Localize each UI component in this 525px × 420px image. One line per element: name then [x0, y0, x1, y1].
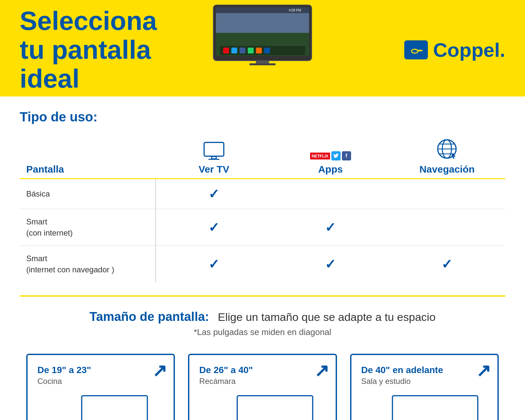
svg-rect-11	[256, 48, 262, 53]
header-title: Selecciona tu pantalla ideal	[20, 7, 184, 93]
navegacion-icon	[395, 137, 499, 160]
tamano-subtitle: *Las pulgadas se miden en diagonal	[20, 327, 505, 337]
title-line2: tu pantalla ideal	[20, 35, 151, 93]
svg-point-15	[411, 49, 418, 53]
col-header-ver-tv: Ver TV	[156, 134, 272, 179]
logo-icon	[404, 40, 428, 59]
arrow-icon-small: ↗	[152, 362, 167, 379]
tv-size-large: De 40" en adelante	[361, 365, 443, 375]
ver-tv-check-smart-nav: ✓	[156, 246, 272, 283]
tv-illustration-medium: ↙	[199, 392, 326, 420]
tv-card-medium: ↗ De 26" a 40" Recámara ↙	[188, 354, 337, 420]
col-header-apps: NETFLIX f Apps	[272, 134, 389, 179]
yellow-divider	[20, 295, 505, 297]
tv-room-large: Sala y estudio	[361, 377, 443, 386]
ver-tv-check-basica: ✓	[156, 179, 272, 209]
tv-room-medium: Recámara	[199, 377, 253, 386]
facebook-icon: f	[342, 151, 351, 160]
title-line1: Selecciona	[20, 6, 157, 35]
tv-illustration-large: ↙	[361, 392, 488, 420]
svg-rect-31	[237, 396, 313, 420]
apps-check-basica	[272, 179, 389, 209]
ver-tv-icon	[162, 141, 265, 160]
svg-rect-19	[212, 157, 216, 159]
netflix-icon: NETFLIX	[310, 153, 330, 159]
svg-text:4:08 PM: 4:08 PM	[289, 9, 301, 12]
svg-rect-12	[264, 48, 270, 53]
svg-rect-9	[240, 48, 245, 53]
apps-check-smart-nav: ✓	[272, 246, 389, 283]
apps-check-smart: ✓	[272, 209, 389, 246]
comparison-table: Pantalla Ver TV	[20, 134, 505, 282]
tv-room-small: Cocina	[37, 377, 91, 386]
tv-card-large: ↗ De 40" en adelante Sala y estudio ↙	[350, 354, 499, 420]
svg-point-17	[419, 50, 421, 52]
tamano-title: Tamaño de pantalla: Elige un tamaño que …	[20, 310, 505, 324]
svg-rect-20	[208, 159, 220, 160]
ver-tv-check-smart: ✓	[156, 209, 272, 246]
coppel-logo: Coppel.	[404, 39, 505, 61]
table-row: Smart (con internet) ✓ ✓	[20, 209, 505, 246]
tipo-de-uso-section: Tipo de uso: Pantalla	[20, 110, 505, 282]
pantalla-smart-internet: Smart (con internet)	[20, 209, 156, 246]
svg-rect-35	[392, 396, 478, 420]
nav-check-smart-nav: ✓	[389, 246, 505, 283]
tv-card-small: ↗ De 19" a 23" Cocina ↙	[26, 354, 175, 420]
col-header-pantalla: Pantalla	[20, 134, 156, 179]
header: Selecciona tu pantalla ideal 4:08 PM	[0, 0, 525, 96]
svg-rect-7	[223, 48, 229, 53]
apps-icons: NETFLIX f	[279, 151, 382, 160]
main-content: Tipo de uso: Pantalla	[0, 96, 525, 420]
svg-rect-8	[231, 48, 237, 53]
tipo-de-uso-title: Tipo de uso:	[20, 110, 505, 124]
table-row: Smart (internet con navegador ) ✓ ✓ ✓	[20, 246, 505, 283]
arrow-icon-large: ↗	[476, 362, 491, 379]
tv-size-medium: De 26" a 40"	[199, 365, 253, 375]
svg-rect-14	[249, 63, 276, 65]
pantalla-basica: Básica	[20, 179, 156, 209]
twitter-icon	[331, 151, 341, 160]
logo-text: Coppel.	[433, 39, 505, 61]
header-tv-illustration: 4:08 PM	[210, 3, 315, 67]
svg-rect-10	[248, 48, 254, 53]
svg-rect-18	[204, 142, 224, 156]
svg-rect-27	[82, 396, 147, 420]
col-header-navegacion: Navegación	[389, 134, 505, 179]
table-row: Básica ✓	[20, 179, 505, 209]
tv-illustration-small: ↙	[37, 392, 164, 420]
tamano-section: Tamaño de pantalla: Elige un tamaño que …	[20, 310, 505, 420]
nav-check-basica	[389, 179, 505, 209]
tv-size-cards: ↗ De 19" a 23" Cocina ↙	[20, 354, 505, 420]
tv-size-small: De 19" a 23"	[37, 365, 91, 375]
nav-check-smart	[389, 209, 505, 246]
arrow-icon-medium: ↗	[314, 362, 329, 379]
pantalla-smart-navegador: Smart (internet con navegador )	[20, 246, 156, 283]
